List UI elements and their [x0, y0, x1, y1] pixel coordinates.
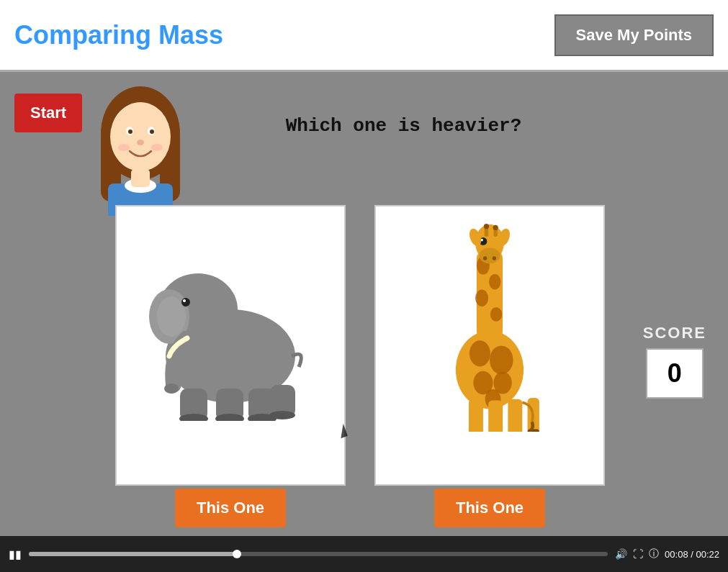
info-icon[interactable]: ⓘ: [649, 548, 659, 560]
cards-container: This One: [115, 205, 605, 486]
volume-icon[interactable]: 🔊: [615, 548, 627, 560]
score-label: SCORE: [643, 324, 706, 342]
svg-point-20: [164, 383, 179, 394]
giraffe-card: This One: [374, 205, 605, 486]
progress-fill: [29, 552, 237, 556]
svg-point-19: [183, 299, 186, 302]
svg-rect-53: [488, 401, 503, 432]
svg-point-10: [151, 144, 163, 151]
svg-point-8: [137, 140, 144, 145]
svg-point-32: [475, 289, 488, 307]
svg-point-35: [480, 248, 500, 263]
svg-point-28: [269, 411, 295, 419]
svg-point-48: [490, 345, 513, 374]
controls-right: 🔊 ⛶ ⓘ 00:08 / 00:22: [615, 548, 719, 560]
time-display: 00:08 / 00:22: [665, 549, 719, 560]
svg-point-42: [484, 224, 489, 229]
progress-bar[interactable]: [29, 552, 608, 556]
teacher-character: [86, 79, 202, 223]
svg-point-33: [490, 307, 502, 322]
svg-point-31: [489, 274, 500, 290]
svg-point-37: [493, 256, 496, 260]
main-content: Start: [0, 72, 728, 536]
svg-point-6: [128, 130, 132, 134]
progress-thumb: [233, 550, 241, 558]
svg-point-47: [469, 340, 490, 366]
score-value: 0: [646, 348, 704, 399]
play-pause-button[interactable]: ▮▮: [9, 548, 22, 561]
svg-point-18: [181, 298, 190, 307]
fullscreen-icon[interactable]: ⛶: [633, 548, 643, 560]
elephant-card: This One: [115, 205, 346, 486]
question-text: Which one is heavier?: [223, 115, 584, 137]
svg-rect-54: [508, 399, 522, 432]
elephant-choice-button[interactable]: This One: [175, 489, 286, 527]
score-section: SCORE 0: [643, 324, 706, 399]
app-title: Comparing Mass: [14, 20, 223, 50]
svg-point-3: [110, 102, 171, 171]
svg-point-43: [493, 225, 498, 230]
svg-rect-13: [131, 169, 150, 187]
svg-rect-52: [469, 399, 483, 432]
svg-point-36: [483, 256, 487, 260]
video-controls-bar: ▮▮ 🔊 ⛶ ⓘ 00:08 / 00:22: [0, 536, 728, 572]
giraffe-image: [376, 214, 603, 441]
app-header: Comparing Mass Save My Points: [0, 0, 728, 72]
svg-point-17: [157, 296, 186, 337]
svg-point-9: [118, 144, 130, 151]
giraffe-choice-button[interactable]: This One: [434, 489, 545, 527]
save-points-button[interactable]: Save My Points: [554, 14, 714, 56]
elephant-image: [117, 214, 344, 441]
start-button[interactable]: Start: [14, 94, 82, 132]
svg-point-7: [150, 130, 154, 134]
